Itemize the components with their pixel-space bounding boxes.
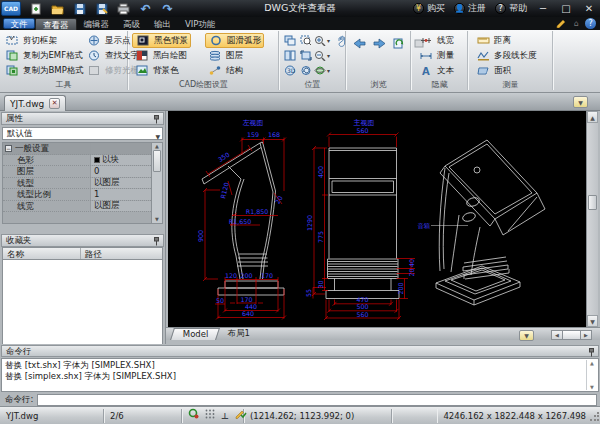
scroll-left-icon[interactable]: ◀ (551, 330, 563, 340)
help-button[interactable]: ?帮助 (495, 2, 527, 15)
collapse-icon[interactable]: − (5, 145, 12, 152)
favorites-list[interactable] (2, 260, 163, 346)
yen-icon: ¥ (413, 3, 424, 14)
property-row[interactable]: 色彩以块 (3, 155, 151, 167)
command-panel-header[interactable]: 命令行 (1, 345, 599, 357)
background-color-button[interactable]: 背景色 (132, 63, 191, 78)
scroll-right-icon[interactable]: ▶ (580, 330, 592, 340)
undo-icon[interactable]: ↶ (139, 2, 152, 15)
cad-canvas[interactable]: ─ ⧉ ✕ (168, 111, 586, 327)
properties-scrollbar[interactable]: ▲▼ (151, 143, 162, 223)
resize-grip[interactable] (589, 412, 599, 422)
dim-label: R1,850 (246, 208, 268, 215)
document-close-icon[interactable]: ✕ (49, 98, 60, 109)
layout-overflow-chevron[interactable]: ▼ (519, 330, 534, 341)
property-group-row[interactable]: −一般设置 (3, 143, 151, 155)
question-icon: ? (495, 3, 506, 14)
cut-frame-button[interactable]: 剪切框架 (2, 33, 86, 48)
canvas-vertical-scrollbar[interactable]: ▲ ▼ (586, 111, 598, 327)
properties-grid: −一般设置 色彩以块 图层0 线型以图层 线型比例1 线宽以图层 ▲▼ (2, 142, 163, 224)
layers-button[interactable]: 图层 (205, 48, 264, 63)
properties-preset-select[interactable]: 默认值 ▼ (2, 127, 163, 140)
properties-panel-header[interactable]: 属性 (1, 112, 164, 125)
column-path[interactable]: 路径 (81, 248, 102, 259)
tab-model[interactable]: Model (170, 328, 219, 340)
property-row[interactable]: 图层0 (3, 166, 151, 178)
tab-advanced[interactable]: 高级 (116, 18, 147, 30)
area-button[interactable]: 面积 (473, 63, 539, 78)
tile-windows-icon[interactable] (282, 49, 298, 63)
ortho-icon[interactable]: ⊥ (221, 409, 229, 423)
structure-button[interactable]: 结构 (205, 63, 264, 78)
ribbon-group-measure: 距离 多段线长度 面积 测量 (469, 31, 553, 90)
zoom-previous-icon[interactable] (298, 64, 314, 78)
osnap-icon[interactable] (188, 408, 199, 423)
property-row[interactable]: 线型比例1 (3, 189, 151, 201)
tab-vip[interactable]: VIP功能 (178, 18, 222, 30)
column-name[interactable]: 名称 (3, 248, 81, 259)
command-scrollbar[interactable]: ▲▼ (586, 360, 597, 390)
scroll-down-icon[interactable]: ▼ (587, 315, 598, 327)
app-logo-icon[interactable]: CAD (1, 1, 21, 16)
tabbar-overflow-chevron[interactable]: ▼ (573, 96, 588, 108)
close-button[interactable]: ✕ (582, 3, 596, 14)
dim-label: 470 (356, 296, 368, 303)
pin-icon[interactable] (153, 115, 160, 127)
tab-viewer[interactable]: 查看器 (35, 18, 77, 30)
hide-lineweight-button[interactable]: 线宽 (416, 33, 456, 48)
tab-editor[interactable]: 编辑器 (77, 18, 117, 30)
polyline-length-button[interactable]: 多段线长度 (473, 48, 539, 63)
scroll-thumb[interactable] (588, 195, 597, 210)
orbit-icon[interactable]: ▾ (314, 64, 330, 78)
property-row[interactable]: 线型以图层 (3, 178, 151, 190)
bw-drawing-button[interactable]: 黑白绘图 (132, 48, 191, 63)
hide-text-button[interactable]: A文本 (416, 63, 456, 78)
pencil-icon[interactable] (556, 18, 568, 30)
minimize-button[interactable]: ─ (536, 3, 550, 14)
ribbon-group-cad-settings: 黑色背景 黑白绘图 背景色 圆滑弧形 图层 结构 CAD绘图设置 (129, 31, 279, 90)
copy-emf-button[interactable]: 复制为EMF格式 (2, 48, 86, 63)
user-icon: 👤 (454, 3, 465, 14)
help-circle-icon[interactable]: ? (585, 18, 596, 29)
command-input[interactable] (37, 394, 597, 406)
cascade-windows-icon[interactable] (282, 34, 298, 48)
measure-marks-icon (418, 49, 434, 63)
favorites-panel-header[interactable]: 收藏夹 (1, 234, 164, 247)
pin-icon[interactable] (153, 237, 160, 249)
hscroll-thumb[interactable] (563, 330, 580, 340)
buy-button[interactable]: ¥购买 (413, 2, 445, 15)
black-background-button[interactable]: 黑色背景 (132, 33, 191, 48)
view-3d-icon[interactable]: 3D (282, 64, 298, 78)
open-folder-icon[interactable] (51, 2, 64, 15)
command-history[interactable]: 替换 [txt.shx] 字体为 [SIMPLEX.SHX] 替换 [simpl… (1, 358, 599, 392)
dim-label: 55 (305, 289, 312, 297)
save-icon[interactable] (73, 2, 86, 15)
zoom-out-icon[interactable]: ▾ (314, 49, 330, 63)
zoom-window-icon[interactable] (298, 34, 314, 48)
file-menu-button[interactable]: 文件 (3, 18, 35, 29)
tab-output[interactable]: 输出 (147, 18, 178, 30)
forward-arrow-icon[interactable] (371, 36, 387, 50)
distance-button[interactable]: 距离 (473, 33, 539, 48)
hide-measure-button[interactable]: 测量 (416, 48, 456, 63)
tab-layout1[interactable]: 布局1 (218, 328, 260, 340)
back-arrow-icon[interactable] (351, 36, 367, 50)
canvas-horizontal-scrollbar[interactable]: ◀ ▶ (551, 330, 592, 340)
scroll-up-icon[interactable]: ▲ (587, 111, 598, 123)
home-icon[interactable]: ⌂ (574, 19, 579, 28)
redo-icon[interactable]: ↷ (161, 2, 174, 15)
dim-label: 1290 (306, 215, 313, 231)
grid-icon[interactable] (205, 409, 215, 423)
register-button[interactable]: 👤注册 (454, 2, 486, 15)
copy-bmp-button[interactable]: 复制为BMP格式 (2, 63, 86, 78)
zoom-in-icon[interactable]: ▾ (314, 34, 330, 48)
print-icon[interactable] (117, 2, 130, 15)
smooth-arc-button[interactable]: 圆滑弧形 (205, 33, 264, 48)
property-row[interactable]: 线宽以图层 (3, 201, 151, 213)
zoom-fit-icon[interactable] (298, 49, 314, 63)
document-tab[interactable]: YJT.dwg ✕ (4, 95, 66, 111)
refresh-page-icon[interactable] (391, 36, 407, 50)
new-file-icon[interactable] (29, 2, 42, 15)
save-as-icon[interactable] (95, 2, 108, 15)
maximize-button[interactable]: □ (559, 3, 573, 14)
